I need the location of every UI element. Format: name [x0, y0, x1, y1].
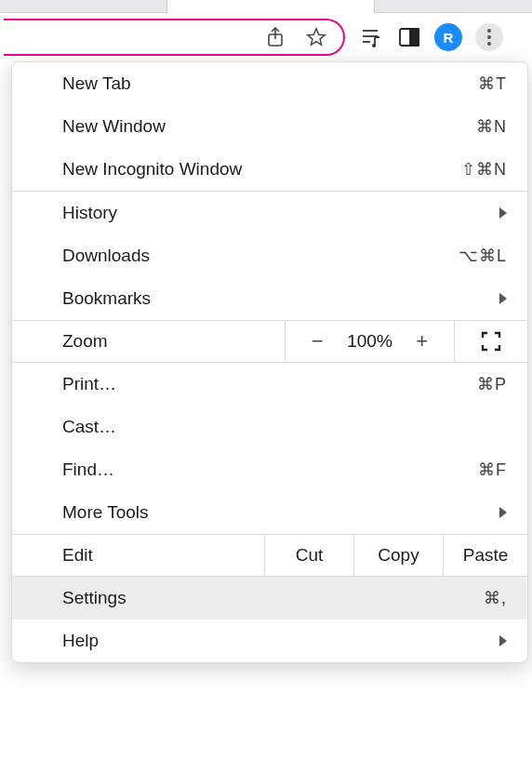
menu-item-edit: Edit Cut Copy Paste — [12, 534, 527, 577]
edit-copy-button[interactable]: Copy — [354, 535, 444, 576]
edit-cut-button[interactable]: Cut — [265, 535, 354, 576]
menu-shortcut: ⇧⌘N — [461, 159, 507, 180]
chevron-right-icon — [499, 507, 507, 518]
menu-item-history[interactable]: History — [12, 192, 527, 234]
menu-shortcut: ⌥⌘L — [459, 246, 507, 266]
menu-item-cast[interactable]: Cast… — [12, 406, 527, 448]
inactive-tab-left[interactable] — [0, 0, 167, 13]
menu-item-settings[interactable]: Settings ⌘, — [12, 577, 527, 619]
profile-avatar[interactable]: R — [434, 23, 462, 51]
edit-paste-button[interactable]: Paste — [444, 535, 527, 576]
menu-shortcut: ⌘N — [476, 116, 507, 137]
zoom-in-button[interactable]: + — [413, 329, 432, 353]
menu-item-label: New Incognito Window — [62, 159, 242, 180]
menu-item-downloads[interactable]: Downloads ⌥⌘L — [12, 234, 527, 277]
share-icon[interactable] — [263, 25, 287, 49]
menu-item-more-tools[interactable]: More Tools — [12, 491, 527, 534]
chevron-right-icon — [499, 635, 507, 646]
chevron-right-icon — [499, 293, 507, 304]
svg-rect-6 — [410, 29, 419, 46]
edit-cut-label: Cut — [296, 545, 324, 566]
menu-item-new-incognito[interactable]: New Incognito Window ⇧⌘N — [12, 148, 527, 191]
menu-item-bookmarks[interactable]: Bookmarks — [12, 277, 527, 320]
menu-item-label: More Tools — [62, 502, 149, 523]
menu-item-label: New Window — [62, 116, 166, 137]
side-panel-icon[interactable] — [397, 25, 421, 49]
menu-item-label: Cast… — [62, 417, 116, 437]
menu-shortcut: ⌘, — [484, 588, 507, 608]
edit-label: Edit — [62, 545, 93, 566]
star-icon[interactable] — [304, 25, 328, 49]
chrome-menu: New Tab ⌘T New Window ⌘N New Incognito W… — [11, 61, 528, 663]
menu-item-label: Find… — [62, 459, 114, 480]
menu-item-label: New Tab — [62, 73, 131, 94]
menu-item-new-window[interactable]: New Window ⌘N — [12, 105, 527, 148]
menu-item-zoom: Zoom − 100% + — [12, 320, 527, 363]
zoom-label: Zoom — [62, 331, 108, 352]
inactive-tab-right[interactable] — [374, 0, 532, 13]
menu-item-label: Bookmarks — [62, 288, 151, 309]
chevron-right-icon — [499, 207, 507, 219]
chrome-menu-button[interactable] — [475, 23, 503, 51]
menu-item-print[interactable]: Print… ⌘P — [12, 363, 527, 406]
menu-item-label: Settings — [62, 588, 126, 608]
edit-paste-label: Paste — [463, 545, 509, 566]
active-tab[interactable] — [167, 0, 374, 13]
svg-point-4 — [372, 44, 376, 47]
menu-item-help[interactable]: Help — [12, 619, 527, 662]
menu-item-find[interactable]: Find… ⌘F — [12, 448, 527, 491]
media-playlist-icon[interactable] — [360, 25, 384, 49]
menu-shortcut: ⌘F — [478, 459, 507, 480]
menu-shortcut: ⌘T — [478, 73, 507, 94]
menu-item-label: Downloads — [62, 246, 150, 266]
edit-copy-label: Copy — [378, 545, 419, 566]
menu-item-label: Help — [62, 631, 99, 651]
menu-item-label: Print… — [62, 374, 116, 394]
menu-item-new-tab[interactable]: New Tab ⌘T — [12, 62, 527, 105]
zoom-value: 100% — [347, 331, 392, 352]
menu-shortcut: ⌘P — [477, 374, 507, 394]
address-bar[interactable] — [4, 19, 345, 56]
avatar-initial: R — [444, 30, 454, 46]
zoom-out-button[interactable]: − — [308, 329, 326, 353]
fullscreen-button[interactable] — [455, 321, 527, 362]
menu-item-label: History — [62, 203, 117, 223]
